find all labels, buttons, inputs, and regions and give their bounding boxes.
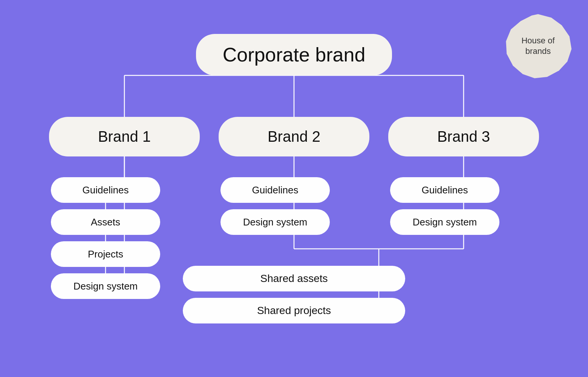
brand-1-design-node: Design system — [51, 273, 160, 299]
brand-1-guidelines-node: Guidelines — [51, 177, 160, 203]
brand-2-design-label: Design system — [243, 216, 308, 228]
shared-assets-label: Shared assets — [260, 273, 328, 285]
shared-assets-node: Shared assets — [183, 266, 405, 291]
corporate-brand-node: Corporate brand — [196, 34, 392, 75]
shared-projects-label: Shared projects — [257, 305, 331, 317]
badge-shape — [503, 11, 573, 81]
house-of-brands-badge: House of brands — [503, 11, 573, 81]
brand-3-guidelines-node: Guidelines — [390, 177, 499, 203]
brand-2-label: Brand 2 — [268, 128, 320, 145]
brand-1-projects-node: Projects — [51, 241, 160, 267]
brand-2-node: Brand 2 — [219, 117, 369, 156]
brand-3-guidelines-label: Guidelines — [422, 184, 468, 196]
brand-3-design-node: Design system — [390, 209, 499, 235]
shared-projects-node: Shared projects — [183, 298, 405, 323]
brand-1-node: Brand 1 — [49, 117, 200, 156]
diagram-container: Corporate brand Brand 1 Brand 2 Brand 3 … — [0, 0, 588, 377]
brand-1-design-label: Design system — [74, 280, 138, 292]
brand-3-design-label: Design system — [413, 216, 477, 228]
brand-3-node: Brand 3 — [388, 117, 539, 156]
brand-1-assets-node: Assets — [51, 209, 160, 235]
brand-2-design-node: Design system — [220, 209, 330, 235]
brand-1-guidelines-label: Guidelines — [83, 184, 129, 196]
brand-1-projects-label: Projects — [88, 248, 123, 260]
brand-1-label: Brand 1 — [98, 128, 151, 145]
svg-marker-35 — [506, 14, 571, 78]
brand-3-label: Brand 3 — [437, 128, 490, 145]
brand-1-assets-label: Assets — [91, 216, 120, 228]
brand-2-guidelines-node: Guidelines — [220, 177, 330, 203]
corporate-brand-label: Corporate brand — [223, 43, 366, 66]
brand-2-guidelines-label: Guidelines — [252, 184, 299, 196]
